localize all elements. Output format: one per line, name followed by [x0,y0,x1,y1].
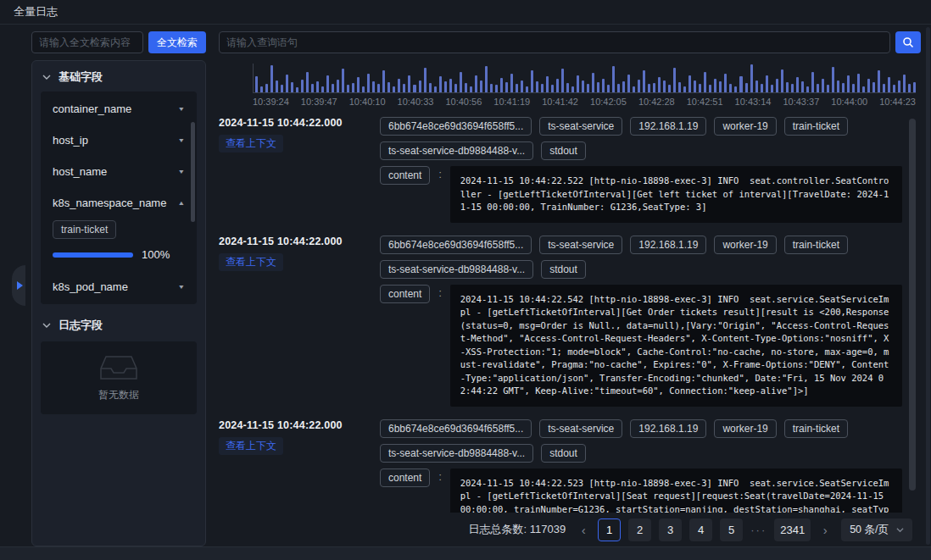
histogram-bar [270,65,273,92]
log-tag: ts-seat-service-db9884488-v... [380,141,533,160]
histogram-bar [377,84,380,92]
field-name: container_name [53,103,131,115]
log-tags-row-2: ts-seat-service-db9884488-v...stdout [380,444,902,463]
fulltext-search-button[interactable]: 全文检索 [148,31,206,53]
log-content-row: content : 2024-11-15 10:44:22.542 [http-… [380,285,902,407]
histogram-bar [485,66,488,92]
field-item[interactable]: container_name ▼ [41,93,197,125]
page-button-3[interactable]: 3 [659,518,682,541]
histogram-bar [403,84,405,92]
histogram-bar [500,78,503,92]
field-value-tag[interactable]: train-ticket [53,220,116,239]
base-fields-section-header[interactable]: 基础字段 [32,61,205,91]
histogram-bar [617,84,620,92]
page-button-5[interactable]: 5 [720,518,743,541]
field-item[interactable]: host_ip ▼ [41,125,197,156]
histogram-bar [465,83,467,92]
histogram-bar [556,79,559,92]
histogram-bar [817,84,819,92]
log-list-scrollbar[interactable] [909,119,916,491]
page-buttons: 12345 [598,518,743,541]
log-content-text[interactable]: 2024-11-15 10:44:22.523 [http-nio-18898-… [450,469,902,513]
caret-icon: ▲ [178,199,186,206]
log-volume-histogram[interactable]: 10:39:2410:39:4710:40:1010:40:3310:40:56… [253,64,916,107]
last-page-button[interactable]: 2341 [774,518,811,541]
histogram-bar [872,82,875,92]
histogram-bar [724,74,727,92]
histogram-bar [847,75,850,92]
log-tags-row-2: ts-seat-service-db9884488-v...stdout [380,260,902,279]
histogram-bar [260,86,263,92]
percent-bar [53,252,133,258]
field-name: host_ip [53,134,88,147]
page-scrollbar[interactable] [926,27,930,545]
axis-tick-label: 10:42:51 [687,97,723,107]
prev-page-button[interactable]: ‹ [577,523,590,537]
query-search-button[interactable] [895,31,921,53]
histogram-bar [541,84,544,92]
page-title: 全量日志 [14,4,58,19]
page-button-4[interactable]: 4 [689,518,712,541]
histogram-bar [832,67,834,92]
log-entry-body: 6bb674e8ce69d3694f658ff5...ts-seat-servi… [380,236,902,407]
sidebar-collapse-handle[interactable] [12,265,25,306]
histogram-bar [597,82,599,92]
page-size-select[interactable]: 50 条/页 [841,518,912,541]
histogram-bar [622,81,625,92]
histogram-bar [883,84,885,92]
histogram-bar [546,76,549,92]
view-context-link[interactable]: 查看上下文 [219,437,283,455]
field-item[interactable]: host_name ▼ [41,156,197,187]
histogram-bar [516,84,518,92]
query-input[interactable] [219,31,890,53]
app-header: 全量日志 [0,0,931,25]
log-timestamp: 2024-11-15 10:44:22.000 [219,117,368,129]
histogram-bar [638,80,640,92]
histogram-bar [673,68,676,92]
histogram-bar [878,70,880,92]
histogram-bar [822,79,824,92]
field-name: k8s_pod_name [53,280,128,293]
histogram-bar [862,86,865,92]
histogram-bar [663,80,666,92]
chevron-right-icon [17,281,23,290]
page-button-2[interactable]: 2 [628,518,651,541]
query-search-row [219,31,921,53]
histogram-bar [683,86,686,92]
next-page-button[interactable]: › [818,523,832,537]
histogram-bar [419,80,421,92]
content-field-tag: content [380,469,430,487]
axis-tick-label: 10:42:28 [638,97,675,107]
log-content-text[interactable]: 2024-11-15 10:44:22.522 [http-nio-18898-… [450,166,902,223]
log-content-row: content : 2024-11-15 10:44:22.522 [http-… [380,166,902,223]
axis-tick-label: 10:40:33 [398,97,434,107]
log-content-text[interactable]: 2024-11-15 10:44:22.542 [http-nio-18898-… [450,285,902,407]
view-context-link[interactable]: 查看上下文 [219,135,283,152]
histogram-bar [709,85,711,92]
fields-scrollbar[interactable] [191,122,195,222]
percent-value: 100% [142,248,170,261]
page-button-1[interactable]: 1 [598,518,621,541]
log-tag: 192.168.1.19 [630,117,706,136]
field-value-row: train-ticket 100% [53,220,185,261]
more-pages-ellipsis[interactable]: ··· [750,524,767,536]
histogram-bar [480,80,482,92]
histogram-bar [704,72,706,92]
log-tag: ts-seat-service [539,236,622,254]
fulltext-search-input[interactable] [31,31,143,53]
log-timestamp: 2024-11-15 10:44:22.000 [219,236,368,247]
field-group: k8s_namespace_name ▲ train-ticket 100% [41,187,197,271]
histogram-bar [321,86,324,92]
histogram-bar [316,81,319,92]
histogram-bar [362,86,365,92]
field-item[interactable]: k8s_namespace_name ▲ [41,187,197,219]
histogram-bar [633,86,635,92]
field-item[interactable]: k8s_pod_name ▼ [41,271,197,302]
histogram-bar [612,66,615,92]
caret-icon: ▼ [178,105,186,112]
histogram-bar [387,82,390,92]
histogram-bar [791,84,794,92]
view-context-link[interactable]: 查看上下文 [219,253,283,271]
log-fields-section-header[interactable]: 日志字段 [32,309,205,340]
histogram-bar [286,75,288,92]
